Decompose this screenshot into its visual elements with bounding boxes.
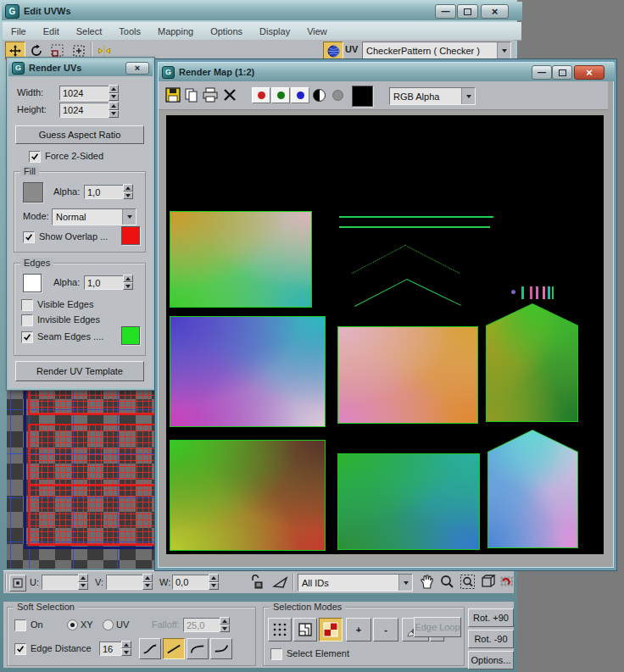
grow-selection-button[interactable]: + bbox=[346, 618, 371, 641]
visible-edges-checkbox[interactable] bbox=[21, 299, 33, 311]
falloff-linear-button[interactable] bbox=[163, 638, 185, 659]
filter-faces-button[interactable] bbox=[272, 575, 289, 591]
edge-loop-button[interactable]: Edge Loop bbox=[414, 617, 461, 637]
red-channel-button[interactable] bbox=[252, 87, 270, 103]
fill-color-swatch[interactable] bbox=[23, 182, 43, 203]
v-input[interactable] bbox=[106, 575, 147, 590]
alpha-channel-button[interactable] bbox=[332, 90, 343, 101]
falloff-smooth-button[interactable] bbox=[139, 638, 161, 659]
edge-distance-spinner[interactable] bbox=[121, 641, 131, 656]
uv-shell[interactable] bbox=[28, 389, 156, 415]
guess-aspect-ratio-button[interactable]: Guess Aspect Ratio bbox=[15, 125, 144, 144]
render-uvs-titlebar[interactable]: G Render UVs × bbox=[8, 59, 153, 76]
render-uvs-close-button[interactable]: × bbox=[125, 62, 149, 75]
show-overlap-checkbox[interactable] bbox=[23, 231, 35, 243]
mono-channel-button[interactable] bbox=[313, 89, 326, 102]
v-spinner[interactable] bbox=[142, 574, 153, 590]
falloff-slow-button[interactable] bbox=[187, 638, 209, 659]
channel-display-dropdown[interactable]: RGB Alpha bbox=[389, 87, 476, 105]
show-map-button[interactable] bbox=[323, 42, 343, 60]
seam-edges-checkbox[interactable] bbox=[21, 331, 33, 343]
blue-channel-button[interactable] bbox=[291, 87, 309, 103]
zoom-extents-button[interactable] bbox=[480, 574, 496, 591]
u-spinner[interactable] bbox=[78, 574, 88, 590]
render-canvas[interactable] bbox=[166, 115, 604, 554]
edge-mode-button[interactable] bbox=[293, 618, 317, 641]
face-mode-button[interactable] bbox=[319, 618, 343, 641]
green-channel-button[interactable] bbox=[271, 87, 290, 103]
render-uv-template-button[interactable]: Render UV Template bbox=[15, 361, 144, 381]
menu-edit[interactable]: Edit bbox=[42, 25, 61, 38]
minimize-button[interactable]: — bbox=[435, 4, 456, 19]
vertex-mode-icon bbox=[272, 622, 287, 637]
edit-uvws-titlebar[interactable]: G Edit UVWs — × bbox=[2, 2, 522, 20]
save-button[interactable] bbox=[165, 87, 181, 104]
edges-alpha-spinner[interactable] bbox=[123, 275, 133, 290]
dropdown-arrow-icon[interactable] bbox=[398, 575, 412, 591]
falloff-input[interactable]: 25,0 bbox=[183, 618, 224, 632]
absolute-offset-toggle[interactable] bbox=[9, 575, 26, 591]
move-icon bbox=[8, 44, 22, 58]
dropdown-arrow-icon[interactable] bbox=[461, 88, 475, 104]
falloff-fast-button[interactable] bbox=[210, 638, 232, 659]
zoom-button[interactable] bbox=[439, 574, 455, 591]
slow-curve-icon bbox=[190, 643, 205, 655]
vertex-mode-button[interactable] bbox=[268, 618, 292, 641]
copy-button[interactable] bbox=[184, 87, 199, 104]
render-map-close-button[interactable]: × bbox=[574, 65, 604, 80]
edge-color-swatch[interactable] bbox=[23, 274, 42, 292]
checker-pattern-dropdown[interactable]: CheckerPattern ( Checker ) bbox=[362, 42, 511, 60]
fill-mode-value: Normal bbox=[53, 212, 122, 222]
w-input[interactable]: 0,0 bbox=[172, 575, 213, 590]
print-button[interactable] bbox=[202, 87, 219, 104]
force-two-sided-checkbox[interactable] bbox=[29, 151, 41, 163]
render-map-titlebar[interactable]: G Render Map (1:2) — × bbox=[159, 63, 615, 81]
fill-alpha-spinner[interactable] bbox=[123, 184, 133, 199]
menu-select[interactable]: Select bbox=[75, 25, 104, 38]
rotate-minus-90-button[interactable]: Rot. -90 bbox=[468, 630, 514, 648]
material-id-dropdown[interactable]: All IDs bbox=[298, 574, 413, 591]
dropdown-arrow-icon[interactable] bbox=[122, 209, 136, 225]
maximize-button[interactable] bbox=[457, 4, 478, 19]
close-button[interactable]: × bbox=[481, 4, 509, 19]
select-element-checkbox[interactable] bbox=[270, 648, 282, 660]
menu-tools[interactable]: Tools bbox=[117, 25, 142, 38]
uv-shell[interactable] bbox=[28, 424, 156, 486]
lock-selection-button[interactable] bbox=[249, 575, 265, 591]
uv-shell[interactable] bbox=[28, 485, 156, 546]
height-input[interactable]: 1024 bbox=[59, 103, 110, 118]
dropdown-arrow-icon[interactable] bbox=[497, 42, 510, 59]
edge-distance-checkbox[interactable] bbox=[14, 643, 26, 655]
xy-radio[interactable] bbox=[67, 619, 78, 630]
invisible-edges-checkbox[interactable] bbox=[21, 314, 33, 326]
render-uvs-dialog: G Render UVs × Width: 1024 Height: 1024 … bbox=[7, 58, 154, 390]
zoom-to-gizmo-button[interactable] bbox=[499, 574, 514, 591]
zoom-region-button[interactable] bbox=[460, 574, 476, 591]
shrink-selection-button[interactable]: - bbox=[373, 618, 398, 641]
menu-options[interactable]: Options bbox=[209, 25, 244, 38]
seam-color-swatch[interactable] bbox=[121, 326, 140, 345]
menu-mapping[interactable]: Mapping bbox=[156, 25, 195, 38]
u-input[interactable] bbox=[42, 575, 82, 590]
fill-alpha-input[interactable]: 1,0 bbox=[84, 185, 126, 199]
menu-view[interactable]: View bbox=[305, 25, 329, 38]
delete-button[interactable] bbox=[223, 88, 237, 103]
pan-button[interactable] bbox=[419, 574, 435, 591]
rotate-plus-90-button[interactable]: Rot. +90 bbox=[468, 608, 514, 627]
uv-radio[interactable] bbox=[103, 619, 114, 630]
overlap-color-swatch[interactable] bbox=[121, 226, 140, 245]
falloff-spinner[interactable] bbox=[220, 617, 230, 632]
width-spinner[interactable] bbox=[109, 85, 119, 101]
menu-file[interactable]: File bbox=[9, 25, 28, 38]
height-spinner[interactable] bbox=[109, 102, 119, 118]
background-color-swatch[interactable] bbox=[352, 86, 373, 107]
fill-mode-dropdown[interactable]: Normal bbox=[52, 208, 136, 225]
render-map-minimize-button[interactable]: — bbox=[532, 65, 552, 80]
menu-display[interactable]: Display bbox=[258, 25, 292, 38]
soft-selection-on-checkbox[interactable] bbox=[14, 619, 26, 631]
edges-alpha-input[interactable]: 1,0 bbox=[84, 275, 126, 290]
w-spinner[interactable] bbox=[209, 574, 219, 590]
options-button[interactable]: Options... bbox=[468, 651, 514, 669]
width-input[interactable]: 1024 bbox=[59, 86, 110, 101]
render-map-maximize-button[interactable] bbox=[552, 65, 572, 80]
